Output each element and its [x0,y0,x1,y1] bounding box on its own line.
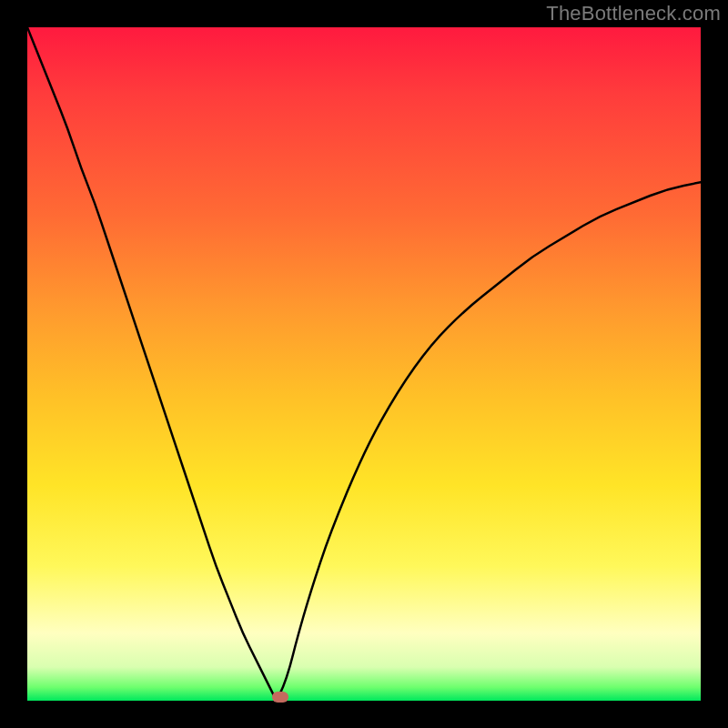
optimal-point-marker [272,692,288,703]
chart-frame: TheBottleneck.com [0,0,728,728]
plot-area [27,27,701,701]
bottleneck-curve [27,27,701,701]
watermark-text: TheBottleneck.com [546,2,721,25]
